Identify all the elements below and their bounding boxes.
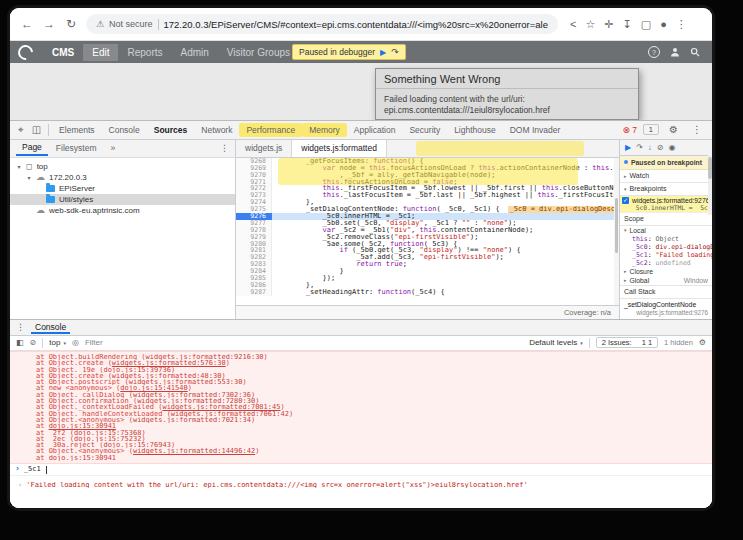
scope-global-header[interactable]: ▸ Global Window <box>620 276 712 285</box>
console-sidebar-icon[interactable]: ◧ <box>16 338 24 347</box>
code-line[interactable]: 9280 _5ae.some(_5c2, function(_5c3) { <box>236 241 619 248</box>
code-line[interactable]: 9272 this._firstFocusItem = _5bf.lowest … <box>236 185 619 192</box>
code-line[interactable]: 9277 _5b0.set(_5c0, "display", _5c1 ? ""… <box>236 220 619 227</box>
user-icon[interactable] <box>670 47 680 57</box>
eye-icon[interactable]: ◎ <box>72 338 79 347</box>
code-line[interactable]: 9287 _setHeadingAttr: function(_5c4) { <box>236 289 619 296</box>
cms-nav-edit[interactable]: Edit <box>83 44 118 61</box>
profile-avatar-icon[interactable]: ● <box>660 18 667 30</box>
code-line[interactable]: 9278 var _5c2 = _5b1("div", this.content… <box>236 227 619 234</box>
bookmark-star-icon[interactable]: ☆ <box>585 18 595 31</box>
url-text[interactable]: 172.20.0.3/EPiServer/CMS/#context=epi.cm… <box>164 19 548 30</box>
search-icon[interactable] <box>690 47 700 57</box>
console-prompt-row[interactable]: › _5c1 <box>10 464 712 476</box>
address-bar[interactable]: ⚠ Not secure 172.20.0.3/EPiServer/CMS/#c… <box>86 14 558 34</box>
debugger-scrollbar[interactable] <box>708 155 712 215</box>
cms-nav-admin[interactable]: Admin <box>171 44 217 61</box>
inspect-element-icon[interactable]: ⌖ <box>14 124 28 136</box>
device-toolbar-icon[interactable]: ◫ <box>28 124 45 135</box>
code-line[interactable]: 9279 _5c2.removeClass("epi-firstVisible"… <box>236 234 619 241</box>
devtools-tab-application[interactable]: Application <box>347 123 403 137</box>
code-line[interactable]: 9274 }, <box>236 199 619 206</box>
scope-variable[interactable]: _5c2: undefined <box>620 259 712 267</box>
help-icon[interactable]: ? <box>648 46 660 58</box>
file-tab-widgets-js[interactable]: widgets.js <box>236 140 292 157</box>
tree-item-util-styles[interactable]: Util/styles <box>10 194 235 205</box>
code-line[interactable]: 9286 }, <box>236 282 619 289</box>
code-line[interactable]: 9270 , _5bf = ally._getTabNavigable(node… <box>236 172 619 179</box>
code-line[interactable]: 9275 _setDialogContentNode: function( _5… <box>236 206 619 213</box>
scope-closure-header[interactable]: ▸ Closure <box>620 267 712 276</box>
cms-nav-cms[interactable]: CMS <box>43 44 83 61</box>
code-line[interactable]: 9271 this.focusActionsOnLoad = false; <box>236 179 619 186</box>
code-line[interactable]: 9285 }); <box>236 275 619 282</box>
not-secure-warning-icon[interactable]: ⚠ <box>96 19 104 29</box>
devtools-tab-performance[interactable]: Performance <box>239 123 302 137</box>
clear-console-icon[interactable]: ⊘ <box>30 338 37 347</box>
console-filter-input[interactable]: Filter <box>85 338 103 347</box>
console-error-badge[interactable]: ⊗7 <box>623 125 637 135</box>
line-number[interactable]: 9287 <box>236 289 272 296</box>
scope-section-header[interactable]: Scope <box>620 213 712 226</box>
breakpoints-section-header[interactable]: ▾ Breakpoints <box>620 183 712 196</box>
devtools-tab-elements[interactable]: Elements <box>52 123 101 137</box>
reload-icon[interactable]: ↻ <box>64 17 78 31</box>
browser-menu-icon[interactable]: ⋮ <box>676 18 687 31</box>
code-line[interactable]: 9283 return true; <box>236 261 619 268</box>
drawer-menu-icon[interactable]: ⋮ <box>16 322 25 332</box>
devtools-tab-console[interactable]: Console <box>102 123 147 137</box>
devtools-tab-memory[interactable]: Memory <box>302 123 347 137</box>
cms-nav-reports[interactable]: Reports <box>118 44 171 61</box>
not-secure-label[interactable]: Not secure <box>109 19 153 29</box>
code-line[interactable]: 9273 this._lastFocusItem = _5bf.last || … <box>236 192 619 199</box>
devtools-tab-security[interactable]: Security <box>402 123 447 137</box>
tree-item-episerver[interactable]: EPiServer <box>10 183 235 194</box>
code-line[interactable]: 9284 } <box>236 268 619 275</box>
navigator-more-tabs[interactable]: » <box>104 141 121 155</box>
settings-gear-icon[interactable]: ⚙ <box>665 124 682 135</box>
console-settings-gear-icon[interactable]: ⚙ <box>699 338 706 347</box>
source-link[interactable]: widgets.js:formatted:14496:42 <box>133 448 255 454</box>
tree-item-top[interactable]: ▾◻top <box>10 161 235 172</box>
breakpoint-entry[interactable]: ✓ widgets.js:formatted:9276 _5c0.innerHT… <box>620 196 712 213</box>
cms-nav-visitor-groups[interactable]: Visitor Groups <box>218 44 299 61</box>
step-into-icon[interactable]: ↓ <box>648 143 652 152</box>
call-stack-frame[interactable]: _setDialogContentNode widgets.js:formatt… <box>620 299 712 318</box>
tree-item-web-sdk-eu-aptrinsic-com[interactable]: ☁web-sdk-eu.aptrinsic.com <box>10 205 235 216</box>
debugger-resume-icon[interactable]: ▶ <box>380 48 386 57</box>
step-over-icon[interactable]: ↷ <box>636 143 643 152</box>
scope-variable[interactable]: _5c1: "Failed loading content with the u… <box>620 251 712 259</box>
download-icon[interactable]: ↧ <box>623 18 632 31</box>
issues-counter[interactable]: 2 Issues: 11 <box>596 337 658 348</box>
code-line[interactable]: 9276 _5c0.innerHTML = _5c1; <box>236 213 619 220</box>
devtools-tab-sources[interactable]: Sources <box>147 123 195 137</box>
context-selector[interactable]: top ▾ <box>49 338 66 347</box>
devtools-tab-dom-invader[interactable]: DOM Invader <box>503 123 568 137</box>
source-link[interactable]: dojo.js:15:30941 <box>49 455 116 461</box>
scope-variable[interactable]: _5c0: div.epi-dialogDescriptionSummary <box>620 243 712 251</box>
console-input[interactable]: _5c1 <box>24 466 41 472</box>
resume-script-icon[interactable]: ▶ <box>625 143 631 152</box>
devtools-tab-lighthouse[interactable]: Lighthouse <box>447 123 503 137</box>
devtools-tab-network[interactable]: Network <box>194 123 239 137</box>
file-tab-widgets-js-formatted[interactable]: widgets.js:formatted <box>292 140 387 157</box>
code-editor[interactable]: 9268 _getFocusItems: function() {9269 va… <box>236 158 619 305</box>
code-line[interactable]: 9268 _getFocusItems: function() { <box>236 158 619 165</box>
watch-section-header[interactable]: ▸ Watch <box>620 170 712 183</box>
devtools-menu-icon[interactable]: ⋮ <box>688 124 706 135</box>
call-stack-section-header[interactable]: Call Stack <box>620 286 712 299</box>
pause-on-exceptions-icon[interactable]: ◉ <box>669 143 676 152</box>
forward-icon[interactable]: → <box>42 17 56 31</box>
code-line[interactable]: 9269 var node = this.focusActionsOnLoad … <box>236 165 619 172</box>
share-icon[interactable]: < <box>570 18 576 30</box>
code-line[interactable]: 9282 _5af.add(_5c3, "epi-firstVisible"); <box>236 254 619 261</box>
tree-item-172-20-0-3[interactable]: ▾☁172.20.0.3 <box>10 172 235 183</box>
breakpoint-checkbox[interactable]: ✓ <box>622 197 629 204</box>
tab-window-icon[interactable]: ▢ <box>641 18 651 31</box>
tab-filesystem[interactable]: Filesystem <box>50 141 103 155</box>
source-link[interactable]: widgets.js:formatted:7021:34 <box>133 417 251 423</box>
tab-page[interactable]: Page <box>16 140 48 156</box>
back-icon[interactable]: ← <box>20 17 34 31</box>
code-line[interactable]: 9281 if (_5b0.get(_5c3, "display") !== "… <box>236 247 619 254</box>
issues-chip[interactable]: 1 <box>643 124 659 135</box>
